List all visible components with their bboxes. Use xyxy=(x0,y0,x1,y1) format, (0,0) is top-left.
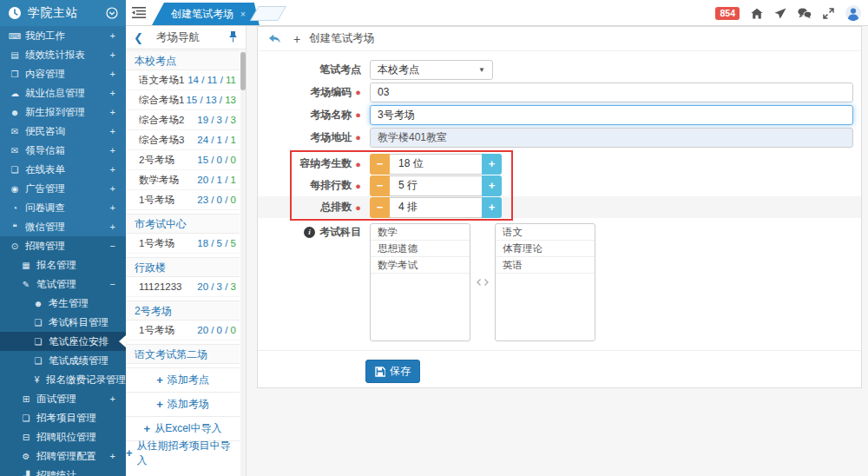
sidebar-item-我的工作[interactable]: ⌨我的工作+ xyxy=(0,26,126,45)
sidebar-item-考试科目管理[interactable]: ❏考试科目管理 xyxy=(0,313,126,332)
comments-icon[interactable] xyxy=(798,8,812,19)
sidebar-item-招聘管理配置[interactable]: ⚙招聘管理配置+ xyxy=(0,446,126,466)
notification-badge[interactable]: 854 xyxy=(715,7,740,20)
sidebar-item-笔试管理[interactable]: ✎笔试管理− xyxy=(0,274,126,294)
expand-toggle-icon[interactable]: + xyxy=(110,145,115,155)
breadcrumb: + 创建笔试考场 xyxy=(258,27,861,51)
subject-option[interactable]: 英语 xyxy=(496,257,595,274)
sidebar-item-在线表单[interactable]: ❏在线表单+ xyxy=(0,160,126,179)
room-code-input[interactable] xyxy=(370,83,853,102)
nav-section-header[interactable]: 市考试中心 xyxy=(126,214,240,234)
room-address-input[interactable] xyxy=(370,128,853,148)
sidebar-item-广告管理[interactable]: ◉广告管理+ xyxy=(0,179,126,198)
plus-button[interactable]: + xyxy=(482,175,502,196)
nav-section-header[interactable]: 语文考试第二场 xyxy=(126,344,240,364)
sidebar-item-报名管理[interactable]: ▦报名管理 xyxy=(0,255,126,274)
sidebar-item-招考项目管理[interactable]: ❏招考项目管理 xyxy=(0,408,126,427)
fullscreen-icon[interactable] xyxy=(823,8,834,19)
minus-button[interactable]: − xyxy=(370,197,390,218)
expand-toggle-icon[interactable]: + xyxy=(110,393,115,404)
nav-section-header[interactable]: 行政楼 xyxy=(126,257,240,277)
expand-toggle-icon[interactable]: + xyxy=(110,183,115,194)
expand-toggle-icon[interactable]: + xyxy=(110,88,115,98)
chevron-circle-down-icon[interactable] xyxy=(106,7,118,19)
tab-close-icon[interactable]: × xyxy=(240,10,246,19)
sidebar-item-领导信箱[interactable]: ✉领导信箱+ xyxy=(0,141,126,160)
subject-option[interactable]: 数学 xyxy=(371,224,470,241)
subject-option[interactable]: 体育理论 xyxy=(496,241,595,257)
expand-toggle-icon[interactable]: + xyxy=(110,221,115,232)
venue-select[interactable]: 本校考点 ▼ xyxy=(370,60,493,80)
send-icon[interactable] xyxy=(774,8,786,19)
chevron-left-icon[interactable]: ❮ xyxy=(134,31,143,44)
sidebar-item-招聘统计[interactable]: ▟招聘统计 xyxy=(0,466,126,476)
expand-toggle-icon[interactable]: − xyxy=(110,279,115,289)
nav-scrollbar-track[interactable] xyxy=(240,50,246,476)
room-name-input[interactable] xyxy=(370,105,853,125)
sidebar-item-微信管理[interactable]: ❝微信管理+ xyxy=(0,217,126,236)
sidebar-item-报名缴费记录管理[interactable]: ¥报名缴费记录管理 xyxy=(0,370,126,389)
nav-exam-room[interactable]: 综合考场219 / 3 / 3 xyxy=(126,110,240,130)
nav-exam-room[interactable]: 综合考场324 / 1 / 1 xyxy=(126,130,240,150)
subjects-selected-list[interactable]: 语文体育理论英语 xyxy=(495,223,595,341)
save-button[interactable]: 保存 xyxy=(365,360,420,383)
expand-toggle-icon[interactable]: − xyxy=(110,241,115,251)
nav-action-添加考场[interactable]: +添加考场 xyxy=(126,392,240,416)
expand-toggle-icon[interactable]: + xyxy=(110,69,115,79)
subject-option[interactable]: 语文 xyxy=(496,224,595,241)
nav-exam-room[interactable]: 1号考场18 / 5 / 5 xyxy=(126,234,240,254)
back-icon[interactable] xyxy=(268,34,281,44)
subject-option[interactable]: 数学考试 xyxy=(371,257,470,274)
sidebar-item-label: 内容管理 xyxy=(25,68,65,81)
nav-exam-room[interactable]: 数学考场20 / 1 / 1 xyxy=(126,170,240,190)
nav-section-header[interactable]: 2号考场 xyxy=(126,301,240,321)
sidebar-item-考生管理[interactable]: ☻考生管理 xyxy=(0,294,126,313)
nav-exam-room[interactable]: 1112123320 / 3 / 3 xyxy=(126,277,240,297)
sidebar-item-label: 招聘管理 xyxy=(25,240,65,253)
total-rows-value[interactable]: 4 排 xyxy=(390,197,482,218)
sidebar-item-问卷调查[interactable]: ◔问卷调查+ xyxy=(0,198,126,217)
sidebar-item-内容管理[interactable]: ❐内容管理+ xyxy=(0,64,126,83)
sidebar-item-招聘管理[interactable]: ⊙招聘管理− xyxy=(0,236,126,255)
transfer-icon[interactable] xyxy=(470,223,495,341)
nav-action-从往期招考项目中导入[interactable]: +从往期招考项目中导入 xyxy=(126,440,240,465)
expand-toggle-icon[interactable]: + xyxy=(110,164,115,175)
expand-toggle-icon[interactable]: + xyxy=(110,30,115,41)
minus-button[interactable]: − xyxy=(370,175,390,196)
nav-exam-room[interactable]: 2号考场15 / 0 / 0 xyxy=(126,150,240,170)
sidebar-item-就业信息管理[interactable]: ☁就业信息管理+ xyxy=(0,83,126,102)
sidebar-item-绩效统计报表[interactable]: ▤绩效统计报表+ xyxy=(0,45,126,64)
minus-button[interactable]: − xyxy=(370,154,390,175)
sidebar-item-便民咨询[interactable]: ✉便民咨询+ xyxy=(0,122,126,141)
user-avatar[interactable] xyxy=(845,5,861,21)
nav-section-header[interactable]: 本校考点 xyxy=(126,50,240,70)
expand-toggle-icon[interactable]: + xyxy=(110,202,115,213)
nav-action-从Excel中导入[interactable]: +从Excel中导入 xyxy=(126,416,240,440)
sidebar-item-招聘职位管理[interactable]: ⊟招聘职位管理 xyxy=(0,427,126,446)
collapse-menu-icon[interactable] xyxy=(132,7,146,21)
nav-exam-room[interactable]: 1号考场20 / 0 / 0 xyxy=(126,321,240,340)
tab-create-exam-room[interactable]: 创建笔试考场 × xyxy=(152,3,260,25)
sidebar-item-笔试成绩管理[interactable]: ❏笔试成绩管理 xyxy=(0,351,126,370)
nav-scrollbar-thumb[interactable] xyxy=(240,52,246,90)
plus-button[interactable]: + xyxy=(482,197,502,218)
nav-exam-room[interactable]: 1号考场23 / 0 / 0 xyxy=(126,190,240,210)
expand-toggle-icon[interactable]: + xyxy=(110,50,115,60)
sidebar-item-面试管理[interactable]: ⊞面试管理+ xyxy=(0,389,126,408)
expand-toggle-icon[interactable]: + xyxy=(110,107,115,117)
nav-exam-room[interactable]: 语文考场114 / 11 / 11 xyxy=(126,70,240,90)
pin-icon[interactable] xyxy=(228,30,238,45)
expand-toggle-icon[interactable]: + xyxy=(110,126,115,136)
sidebar-item-笔试座位安排[interactable]: ❏笔试座位安排 xyxy=(0,332,126,351)
plus-button[interactable]: + xyxy=(482,154,502,175)
capacity-value[interactable]: 18 位 xyxy=(390,154,482,175)
nav-exam-room[interactable]: 综合考场115 / 13 / 13 xyxy=(126,90,240,110)
expand-toggle-icon[interactable]: + xyxy=(110,451,115,461)
home-icon[interactable] xyxy=(751,8,763,19)
nav-action-添加考点[interactable]: +添加考点 xyxy=(126,367,240,392)
sidebar-item-新生报到管理[interactable]: ☻新生报到管理+ xyxy=(0,102,126,122)
subjects-available-list[interactable]: 数学思想道德数学考试 xyxy=(370,223,470,341)
brand-header[interactable]: 学院主站 xyxy=(0,0,126,26)
per-row-value[interactable]: 5 行 xyxy=(390,175,482,196)
subject-option[interactable]: 思想道德 xyxy=(371,241,470,257)
